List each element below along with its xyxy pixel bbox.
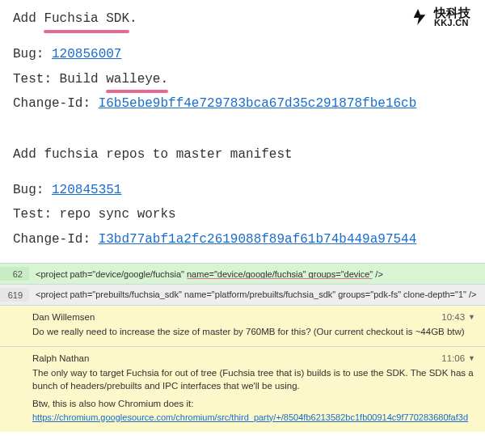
comment-time: 11:06 ▼ [441,353,475,363]
bug-label: Bug: [13,47,52,61]
change-line-1: Change-Id: I6b5ebe9bff4e729783bca67d35c2… [13,91,472,116]
change-label: Change-Id: [13,232,99,247]
code-suffix: /> [373,269,383,279]
code-cell-context: <project path="prebuilts/fuchsia_sdk" na… [29,289,485,300]
commit-title-1: Add Fuchsia SDK. [13,6,472,31]
code-prefix: <project path="device/google/fuchsia" [36,269,187,279]
line-number: 619 [0,288,29,302]
bolt-icon [408,7,431,27]
commit-title-2: Add fuchsia repos to master manifest [13,142,472,167]
test-label: Test: [13,207,60,222]
bug-link-2[interactable]: 120845351 [52,183,121,197]
bug-link-1[interactable]: 120856007 [52,47,121,61]
highlight-fuchsia-sdk: Fuchsia SDK [44,6,129,31]
test-line-2: Test: repo sync works [13,202,472,226]
watermark-cn: 快科技 [434,6,470,19]
watermark: 快科技 KKJ.CN [408,6,470,27]
chromium-source-link[interactable]: https://chromium.googlesource.com/chromi… [32,412,468,422]
comment-time-text: 10:43 [441,312,465,322]
test-line-1: Test: Build walleye. [13,67,472,91]
change-line-2: Change-Id: I3bd77abf1a2fc2619088f89af61b… [13,227,472,251]
code-cell-added: <project path="device/google/fuchsia" na… [29,269,485,279]
comment-text: Btw, this is also how Chromium does it: [32,397,475,410]
commit-title-suffix: . [129,11,137,26]
diff-section: 62 <project path="device/google/fuchsia"… [0,263,485,432]
comment-body: The only way to target Fuchsia for out o… [32,366,475,424]
caret-down-icon[interactable]: ▼ [468,313,475,321]
bug-line-1: Bug: 120856007 [13,42,472,66]
test-label: Test: [13,72,60,87]
change-id-link-1[interactable]: I6b5ebe9bff4e729783bca67d35c291878fbe16c… [99,96,417,111]
comment-time-text: 11:06 [441,353,465,363]
comment-text: Do we really need to increase the size o… [32,325,475,338]
watermark-url: KKJ.CN [434,19,470,27]
comment-author: Ralph Nathan [32,353,89,363]
commit-title-prefix: Add [13,11,44,26]
review-comment-2[interactable]: Ralph Nathan 11:06 ▼ The only way to tar… [0,346,485,432]
diff-line-added[interactable]: 62 <project path="device/google/fuchsia"… [0,263,485,284]
code-highlight-text: name="device/google/fuchsia" groups="dev… [187,269,373,279]
comment-author: Dan Willemsen [32,312,95,322]
bug-line-2: Bug: 120845351 [13,178,472,202]
comment-body: Do we really need to increase the size o… [32,325,475,338]
change-label: Change-Id: [13,96,99,111]
review-comment-1[interactable]: Dan Willemsen 10:43 ▼ Do we really need … [0,305,485,346]
comment-text: The only way to target Fuchsia for out o… [32,366,475,392]
pink-underline-icon [187,278,373,279]
bug-label: Bug: [13,183,52,197]
commit-block-2: Add fuchsia repos to master manifest Bug… [0,128,485,264]
change-id-link-2[interactable]: I3bd77abf1a2fc2619088f89af61b74b449a9754… [99,232,417,247]
test-prefix: Build [60,72,107,87]
diff-line-context[interactable]: 619 <project path="prebuilts/fuchsia_sdk… [0,284,485,305]
highlight-walleye: walleye. [106,67,168,91]
caret-down-icon[interactable]: ▼ [468,354,475,362]
test-value-2: repo sync works [60,207,176,222]
line-number: 62 [0,267,29,281]
comment-time: 10:43 ▼ [441,312,475,322]
highlight-project-attrs: name="device/google/fuchsia" groups="dev… [187,269,373,279]
